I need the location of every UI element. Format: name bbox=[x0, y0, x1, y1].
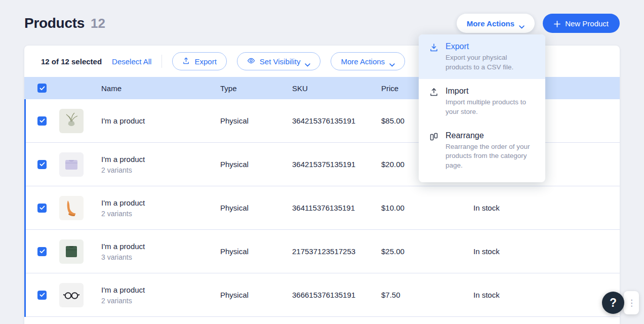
upload-icon bbox=[429, 87, 439, 97]
product-name: I'm a product bbox=[101, 198, 220, 207]
chevron-down-icon bbox=[305, 60, 310, 63]
product-type: Physical bbox=[220, 204, 292, 212]
export-button[interactable]: Export bbox=[172, 52, 226, 70]
menu-item-label: Export bbox=[446, 42, 535, 51]
toolbar-divider bbox=[162, 55, 162, 68]
products-page: Products 12 More Actions New Product 12 … bbox=[0, 0, 644, 324]
product-price: $25.00 bbox=[381, 247, 473, 256]
row-checkbox[interactable] bbox=[37, 247, 47, 256]
row-checkbox[interactable] bbox=[37, 204, 47, 213]
new-product-button[interactable]: New Product bbox=[543, 14, 620, 33]
vase-thumbnail bbox=[59, 109, 84, 133]
toolbar-more-actions-button[interactable]: More Actions bbox=[331, 52, 405, 70]
top-bar: Products 12 More Actions New Product bbox=[24, 12, 620, 34]
page-title-text: Products bbox=[24, 15, 85, 31]
product-count: 12 bbox=[91, 16, 105, 31]
download-icon bbox=[429, 43, 439, 53]
product-name: I'm a product bbox=[101, 286, 220, 294]
selected-row-accent bbox=[24, 273, 26, 317]
menu-item-label: Rearrange bbox=[446, 131, 535, 140]
product-variants: 2 variants bbox=[101, 166, 220, 174]
product-type: Physical bbox=[220, 116, 292, 125]
product-variants: 2 variants bbox=[101, 210, 220, 218]
column-header-type: Type bbox=[220, 84, 292, 93]
menu-item-rearrange[interactable]: Rearrange Rearrange the order of your pr… bbox=[419, 124, 545, 178]
product-name: I'm a product bbox=[101, 116, 220, 125]
product-sku: 364215376135191 bbox=[292, 116, 381, 125]
edge-tab[interactable]: ⋮ bbox=[624, 291, 639, 314]
row-checkbox[interactable] bbox=[37, 160, 47, 169]
selected-row-accent bbox=[24, 230, 26, 273]
selection-count: 12 of 12 selected bbox=[41, 57, 102, 66]
product-sku: 366615376135191 bbox=[292, 291, 381, 299]
menu-item-description: Rearrange the order of your products fro… bbox=[446, 142, 535, 171]
deselect-all-link[interactable]: Deselect All bbox=[112, 57, 151, 66]
menu-item-description: Import multiple products to your store. bbox=[446, 98, 535, 117]
new-product-label: New Product bbox=[565, 19, 609, 28]
question-mark-icon: ? bbox=[610, 296, 617, 310]
product-type: Physical bbox=[220, 291, 292, 299]
purple-shirt-thumbnail bbox=[59, 152, 84, 177]
product-inventory: In stock bbox=[473, 291, 620, 299]
product-sku: 217537123517253 bbox=[292, 247, 381, 256]
help-button[interactable]: ? bbox=[602, 292, 624, 314]
table-row[interactable]: I'm a product 2 variants Physical 364115… bbox=[24, 186, 620, 230]
menu-item-label: Import bbox=[446, 87, 535, 96]
menu-item-description: Export your physical products to a CSV f… bbox=[446, 53, 535, 72]
row-checkbox[interactable] bbox=[37, 116, 47, 126]
rearrange-icon bbox=[429, 132, 439, 142]
product-inventory: In stock bbox=[473, 247, 620, 256]
product-variants: 2 variants bbox=[101, 297, 220, 305]
product-inventory: In stock bbox=[473, 204, 620, 212]
green-shirt-thumbnail bbox=[59, 239, 84, 264]
chevron-down-icon bbox=[519, 22, 525, 25]
select-all-checkbox[interactable] bbox=[37, 84, 47, 93]
eye-icon bbox=[247, 57, 255, 66]
column-header-name: Name bbox=[101, 84, 220, 93]
page-title: Products 12 bbox=[24, 15, 105, 31]
menu-item-export[interactable]: Export Export your physical products to … bbox=[419, 34, 545, 79]
selected-row-accent bbox=[24, 143, 26, 186]
product-sku: 364115376135191 bbox=[292, 204, 381, 212]
set-visibility-label: Set Visibility bbox=[260, 57, 301, 66]
selected-row-accent bbox=[24, 186, 26, 230]
column-header-sku: SKU bbox=[292, 84, 381, 93]
export-icon bbox=[182, 57, 190, 66]
set-visibility-button[interactable]: Set Visibility bbox=[237, 52, 321, 70]
product-price: $10.00 bbox=[381, 204, 473, 212]
header-actions: More Actions New Product bbox=[457, 14, 620, 33]
more-actions-button[interactable]: More Actions bbox=[457, 14, 535, 33]
orange-shoe-thumbnail bbox=[59, 196, 84, 220]
select-all-cell bbox=[37, 84, 59, 93]
export-button-label: Export bbox=[194, 57, 216, 66]
product-name: I'm a product bbox=[101, 242, 220, 251]
glasses-thumbnail bbox=[59, 283, 84, 307]
selected-row-accent bbox=[24, 99, 26, 143]
product-type: Physical bbox=[220, 247, 292, 256]
more-actions-menu: Export Export your physical products to … bbox=[419, 34, 545, 182]
row-checkbox[interactable] bbox=[37, 291, 47, 300]
product-variants: 3 variants bbox=[101, 253, 220, 261]
vertical-dots-icon: ⋮ bbox=[627, 298, 636, 308]
chevron-down-icon bbox=[389, 60, 395, 63]
more-actions-label: More Actions bbox=[467, 19, 514, 28]
menu-item-import[interactable]: Import Import multiple products to your … bbox=[419, 79, 545, 124]
toolbar-more-actions-label: More Actions bbox=[341, 57, 385, 66]
product-sku: 364215375135191 bbox=[292, 160, 381, 169]
product-name: I'm a product bbox=[101, 155, 220, 164]
product-price: $7.50 bbox=[381, 291, 473, 299]
table-row[interactable]: I'm a product 3 variants Physical 217537… bbox=[24, 230, 620, 273]
table-row[interactable]: I'm a product 2 variants Physical 366615… bbox=[24, 273, 620, 317]
plus-icon bbox=[554, 20, 560, 27]
product-type: Physical bbox=[220, 160, 292, 169]
